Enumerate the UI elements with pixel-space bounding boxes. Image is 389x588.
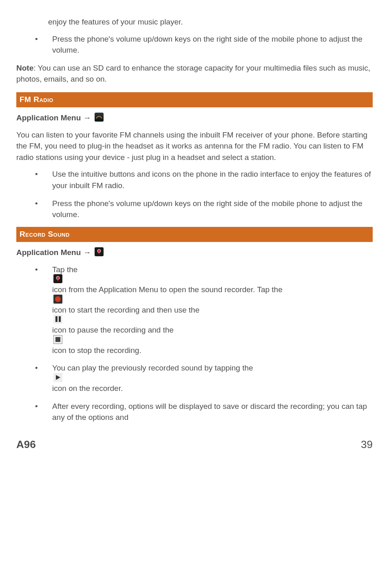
pause-icon bbox=[53, 315, 62, 324]
fm-bullet-list: Use the intuitive buttons and icons on t… bbox=[16, 169, 373, 220]
svg-marker-4 bbox=[56, 375, 60, 380]
page-number: 39 bbox=[361, 437, 373, 453]
model-label: A96 bbox=[16, 437, 36, 453]
list-item: Tap the icon from the Application Menu t… bbox=[16, 264, 373, 356]
section-heading-text: Record Sound bbox=[20, 230, 70, 238]
svg-point-2 bbox=[56, 276, 60, 280]
note-paragraph: Note: You can use an SD card to enhance … bbox=[16, 62, 373, 85]
continuation-text: enjoy the features of your music player. bbox=[48, 16, 373, 28]
svg-point-0 bbox=[97, 249, 101, 253]
text-fragment: icon on the recorder. bbox=[52, 384, 123, 393]
arrow-icon: → bbox=[83, 247, 91, 258]
menu-label: Application Menu bbox=[16, 112, 81, 124]
section-heading-record-sound: Record Sound bbox=[16, 227, 373, 242]
stop-icon bbox=[53, 335, 62, 344]
intro-bullet-list: Press the phone's volume up/down keys on… bbox=[16, 33, 373, 56]
section-heading-fm-radio: FM Radio bbox=[16, 92, 373, 108]
section-heading-text: FM Radio bbox=[20, 95, 53, 104]
record-bullet-list: Tap the icon from the Application Menu t… bbox=[16, 264, 373, 423]
page-footer: A96 39 bbox=[16, 437, 373, 453]
sound-recorder-icon bbox=[53, 274, 62, 283]
text-fragment: icon to start the recording and then use… bbox=[52, 306, 199, 314]
application-menu-path-record: Application Menu → bbox=[16, 247, 373, 258]
list-item: After every recording, options will be d… bbox=[16, 401, 373, 423]
text-fragment: You can play the previously recorded sou… bbox=[52, 364, 253, 372]
application-menu-path-fm: Application Menu → bbox=[16, 112, 373, 124]
fm-radio-icon bbox=[95, 113, 104, 122]
arrow-icon: → bbox=[83, 112, 91, 124]
note-label: Note bbox=[16, 64, 33, 72]
play-icon bbox=[53, 373, 62, 382]
list-item: Press the phone's volume up/down keys on… bbox=[16, 33, 373, 56]
svg-rect-1 bbox=[99, 252, 99, 254]
fm-description: You can listen to your favorite FM chann… bbox=[16, 129, 373, 163]
record-start-icon bbox=[53, 295, 62, 304]
text-fragment: icon to stop the recording. bbox=[52, 346, 141, 355]
menu-label: Application Menu bbox=[16, 247, 81, 258]
svg-rect-3 bbox=[57, 279, 58, 281]
list-item: Press the phone's volume up/down keys on… bbox=[16, 198, 373, 220]
text-fragment: icon to pause the recording and the bbox=[52, 326, 174, 334]
list-item: You can play the previously recorded sou… bbox=[16, 362, 373, 394]
sound-recorder-icon bbox=[95, 247, 104, 256]
text-fragment: Tap the bbox=[52, 265, 77, 274]
note-text: : You can use an SD card to enhance the … bbox=[16, 64, 370, 84]
list-item: Use the intuitive buttons and icons on t… bbox=[16, 169, 373, 191]
text-fragment: icon from the Application Menu to open t… bbox=[52, 285, 283, 294]
